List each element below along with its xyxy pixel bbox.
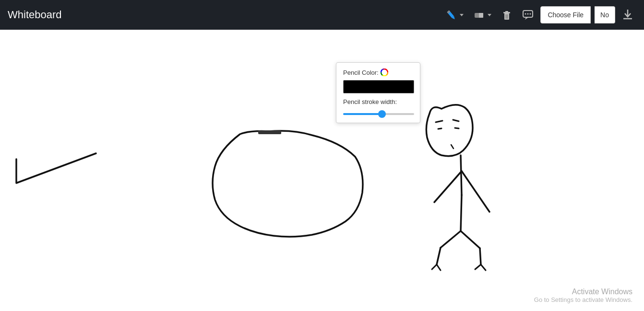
svg-line-23 [438, 128, 441, 129]
eraser-tool-button[interactable] [470, 5, 494, 24]
pencil-dropdown-icon [459, 12, 465, 18]
svg-rect-20 [258, 130, 281, 134]
svg-point-15 [527, 13, 529, 15]
svg-line-21 [436, 121, 442, 122]
toolbar-actions: Choose File No [442, 5, 636, 24]
svg-line-24 [455, 128, 459, 128]
pencil-icon [444, 8, 458, 22]
stroke-width-slider[interactable] [343, 113, 414, 115]
svg-point-14 [525, 13, 526, 15]
svg-line-28 [462, 171, 489, 212]
eraser-dropdown-icon [487, 12, 492, 18]
choose-file-button[interactable]: Choose File [540, 6, 591, 23]
download-button[interactable] [619, 6, 636, 24]
svg-line-33 [437, 265, 441, 270]
svg-line-27 [434, 171, 462, 202]
eraser-icon [472, 8, 486, 22]
svg-line-31 [437, 248, 441, 265]
svg-marker-3 [460, 14, 464, 16]
svg-rect-5 [479, 13, 483, 18]
toolbar: Whiteboard [0, 0, 644, 30]
stroke-width-label: Pencil stroke width: [343, 98, 413, 105]
pencil-color-label: Pencil Color: [343, 69, 413, 76]
trash-icon [500, 8, 513, 22]
svg-line-30 [441, 231, 461, 248]
svg-rect-9 [505, 11, 508, 12]
canvas-area[interactable]: Pencil Color: Pencil stroke width: Activ… [0, 30, 644, 311]
svg-line-29 [461, 195, 462, 231]
svg-line-37 [481, 265, 486, 270]
svg-line-35 [480, 248, 481, 265]
download-icon [621, 8, 634, 21]
canvas-drawings [0, 30, 644, 311]
svg-line-26 [461, 155, 462, 195]
svg-line-22 [453, 120, 459, 121]
chat-icon [521, 8, 535, 22]
pencil-color-swatch[interactable] [343, 80, 414, 93]
no-button[interactable]: No [595, 6, 615, 23]
delete-button[interactable] [498, 5, 515, 24]
svg-line-36 [475, 265, 481, 269]
stroke-slider-container [343, 108, 414, 117]
svg-marker-6 [488, 14, 491, 16]
svg-line-25 [451, 145, 453, 149]
svg-point-16 [530, 13, 531, 15]
svg-line-32 [432, 265, 437, 269]
app-title: Whiteboard [8, 9, 442, 21]
pencil-tool-button[interactable] [442, 5, 466, 24]
svg-line-34 [461, 231, 480, 248]
activate-windows-watermark: Activate Windows Go to Settings to activ… [534, 288, 632, 303]
activate-windows-subtitle: Go to Settings to activate Windows. [534, 296, 632, 303]
activate-windows-title: Activate Windows [534, 288, 632, 296]
pencil-color-popup: Pencil Color: Pencil stroke width: [336, 62, 420, 123]
chat-button[interactable] [519, 5, 537, 24]
color-wheel-icon [381, 69, 388, 76]
